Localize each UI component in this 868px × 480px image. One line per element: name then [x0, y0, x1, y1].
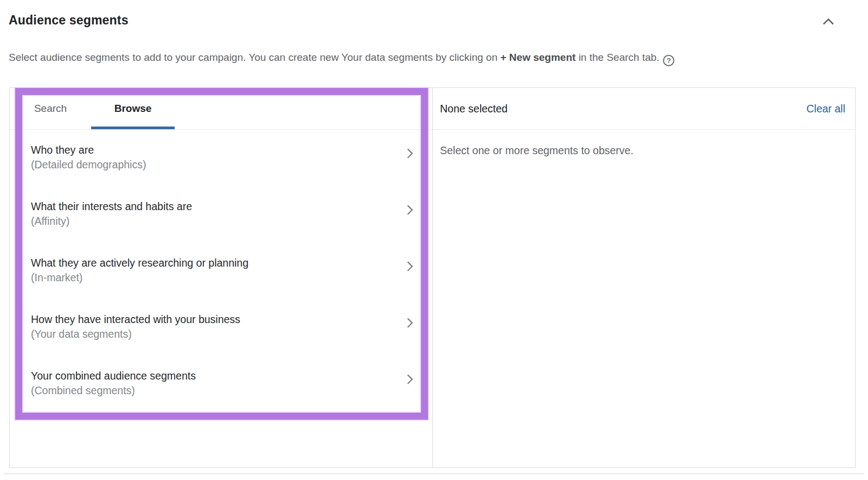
category-title: How they have interacted with your busin… — [31, 312, 394, 327]
chevron-right-icon — [402, 371, 417, 387]
tab-search-label: Search — [34, 103, 67, 115]
audience-segments-card: Search Browse Who they are (Detailed dem… — [9, 87, 856, 468]
category-row-in-market[interactable]: What they are actively researching or pl… — [10, 249, 432, 306]
category-row-who-they-are[interactable]: Who they are (Detailed demographics) — [10, 136, 432, 193]
category-title: What they are actively researching or pl… — [31, 256, 394, 270]
page-title: Audience segments — [9, 13, 129, 28]
chevron-right-icon — [402, 202, 417, 217]
section-divider — [4, 473, 864, 475]
clear-all-link[interactable]: Clear all — [806, 103, 845, 115]
audience-segments-section: Audience segments Select audience segmen… — [0, 0, 868, 480]
active-tab-underline — [91, 127, 175, 129]
category-subtitle: (Detailed demographics) — [31, 157, 394, 172]
segment-category-list: Who they are (Detailed demographics) Wha… — [10, 130, 432, 419]
category-row-your-data[interactable]: How they have interacted with your busin… — [10, 306, 432, 362]
category-subtitle: (Affinity) — [31, 214, 394, 229]
new-segment-emphasis: + New segment — [500, 52, 576, 63]
category-subtitle: (Your data segments) — [31, 327, 394, 342]
description-text-suffix: in the Search tab. — [576, 52, 659, 63]
category-row-interests-habits[interactable]: What their interests and habits are (Aff… — [10, 193, 432, 249]
tab-search[interactable]: Search — [10, 88, 91, 129]
segment-browser-panel: Search Browse Who they are (Detailed dem… — [10, 88, 433, 468]
chevron-right-icon — [402, 146, 417, 161]
selection-header: None selected Clear all — [433, 88, 855, 130]
collapse-section-button[interactable] — [819, 13, 838, 30]
category-title: Who they are — [31, 143, 394, 157]
tab-browse[interactable]: Browse — [91, 88, 175, 129]
help-icon[interactable]: ? — [663, 55, 674, 66]
tab-bar: Search Browse — [10, 88, 432, 130]
category-title: Your combined audience segments — [31, 369, 394, 383]
category-title: What their interests and habits are — [31, 199, 394, 214]
selected-segments-panel: None selected Clear all Select one or mo… — [433, 88, 855, 468]
description-text: Select audience segments to add to your … — [9, 52, 500, 63]
category-row-combined-segments[interactable]: Your combined audience segments (Combine… — [10, 362, 432, 419]
category-subtitle: (Combined segments) — [31, 383, 394, 398]
selection-empty-message: Select one or more segments to observe. — [433, 130, 855, 157]
section-description: Select audience segments to add to your … — [9, 50, 674, 66]
chevron-right-icon — [402, 315, 417, 330]
chevron-right-icon — [402, 258, 417, 274]
tab-browse-label: Browse — [114, 103, 152, 115]
chevron-up-icon — [820, 15, 837, 29]
category-subtitle: (In-market) — [31, 270, 394, 285]
selection-status: None selected — [440, 103, 508, 115]
